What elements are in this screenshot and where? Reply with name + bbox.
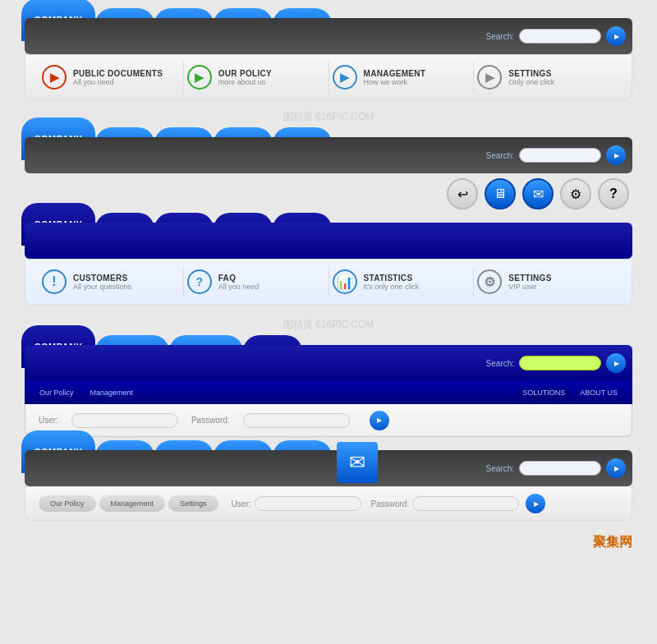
nav2-mail-icon[interactable]: ✉	[522, 178, 554, 209]
subnav1-title-3: SETTINGS	[508, 69, 554, 78]
subnav1-sub-1: more about us	[218, 78, 272, 86]
nav5-pass-input[interactable]	[412, 496, 519, 511]
subnav1-item-3[interactable]: ▶ SETTINGS Only one click	[474, 62, 618, 93]
subnav3-sub-3: VIP user	[508, 283, 551, 291]
nav2-bar: Search:	[25, 137, 632, 173]
nav3-subnav: ! CUSTOMERS All your questions ? FAQ All…	[25, 259, 632, 305]
subnav3-item-3[interactable]: ⚙ SETTINGS VIP user	[474, 266, 618, 297]
nav4-search-area: Search:	[486, 353, 626, 373]
subnav1-icon-1: ▶	[187, 65, 212, 90]
nav2-help-icon[interactable]: ?	[598, 178, 629, 209]
nav2-gear-icon[interactable]: ⚙	[560, 178, 591, 209]
subnav1-item-0[interactable]: ▶ PUBLIC DOCUMENTS All you need	[39, 62, 184, 93]
subnav3-title-0: CUSTOMERS	[73, 274, 131, 283]
nav4-search-btn[interactable]	[606, 353, 626, 373]
subnav3-item-1[interactable]: ? FAQ All you need	[184, 266, 329, 297]
subnav1-icon-2: ▶	[333, 65, 357, 90]
nav3-bar	[25, 223, 632, 259]
subnav3-sub-2: It's only one click	[364, 283, 420, 291]
subnav1-sub-0: All you need	[73, 78, 163, 86]
nav5-user-input[interactable]	[255, 496, 361, 511]
subnav3-icon-2: 📊	[333, 269, 357, 294]
nav2-monitor-icon[interactable]: 🖥	[485, 178, 516, 209]
nav2-back-icon[interactable]: ↩	[447, 178, 478, 209]
brand-label: 聚集网	[16, 534, 641, 551]
nav2-search-input[interactable]	[519, 148, 601, 163]
navbar-3: COMPANY SERVICES SOLUTIONS ABOUT US CONT…	[25, 223, 632, 305]
nav4-bar: Search:	[25, 345, 632, 381]
subnav3-title-2: STATISTICS	[364, 274, 420, 283]
nav4-subbar-management[interactable]: Management	[82, 389, 142, 397]
nav4-subbar: Our Policy Management SOLUTIONS ABOUT US	[25, 381, 632, 404]
nav5-login-btn[interactable]	[526, 494, 545, 513]
navbar-5: COMPANY SERVICES SOLUTIONS ABOUT US CONT…	[25, 450, 632, 521]
nav5-search-label: Search:	[486, 464, 514, 473]
nav5-management-tab[interactable]: Management	[99, 495, 166, 512]
nav1-subnav: ▶ PUBLIC DOCUMENTS All you need ▶ OUR PO…	[25, 54, 632, 100]
nav4-pass-label: Password:	[191, 416, 230, 425]
nav5-bottom-tabs: Our Policy Management Settings	[39, 495, 232, 512]
subnav1-sub-3: Only one click	[508, 78, 554, 86]
nav5-settings-tab[interactable]: Settings	[168, 495, 218, 512]
subnav1-item-1[interactable]: ▶ OUR POLICY more about us	[184, 62, 329, 93]
nav5-ourpolicy-tab[interactable]: Our Policy	[39, 495, 96, 512]
subnav3-title-3: SETTINGS	[508, 274, 551, 283]
nav1-bar: Search:	[25, 18, 632, 54]
subnav3-item-0[interactable]: ! CUSTOMERS All your questions	[39, 266, 184, 297]
subnav1-title-0: PUBLIC DOCUMENTS	[73, 69, 163, 78]
subnav1-item-2[interactable]: ▶ MANAGEMENT How we work	[329, 62, 475, 93]
nav5-search-area: Search:	[486, 458, 626, 478]
nav5-pass-label: Password:	[371, 499, 410, 508]
subnav3-icon-1: ?	[187, 269, 212, 294]
subnav1-title-1: OUR POLICY	[218, 69, 272, 78]
navbar-2: COMPANY SERVICES SOLUTIONS ABOUT US CONT…	[25, 137, 632, 209]
nav4-subbar-solutions[interactable]: SOLUTIONS	[516, 387, 572, 398]
subnav3-item-2[interactable]: 📊 STATISTICS It's only one click	[329, 266, 475, 297]
nav4-search-label: Search:	[486, 359, 514, 368]
nav4-user-label: User:	[39, 416, 58, 425]
nav5-bar: Search:	[25, 450, 632, 486]
nav4-pass-input[interactable]	[243, 413, 350, 428]
nav5-search-input[interactable]	[519, 461, 601, 476]
nav1-search-btn[interactable]	[606, 26, 626, 46]
navbar-4: COMPANY SERVICES SOLUTIONS CONTACT Searc…	[25, 345, 632, 437]
nav5-bottom: Our Policy Management Settings User: Pas…	[25, 486, 632, 521]
navbar-1: COMPANY SERVICES SOLUTIONS ABOUT US CONT…	[25, 18, 632, 100]
nav5-user-label: User:	[232, 499, 251, 508]
nav5-search-btn[interactable]	[606, 458, 626, 478]
subnav3-title-1: FAQ	[218, 274, 260, 283]
subnav1-sub-2: How we work	[364, 78, 426, 86]
nav5-mail-badge: ✉	[337, 442, 378, 483]
nav1-search-label: Search:	[486, 32, 514, 41]
subnav1-title-2: MANAGEMENT	[364, 69, 426, 78]
nav4-login-btn[interactable]	[370, 411, 389, 430]
subnav1-icon-0: ▶	[42, 65, 67, 90]
nav4-subbar-aboutus[interactable]: ABOUT US	[572, 389, 626, 397]
nav1-search-area: Search:	[486, 26, 626, 46]
nav2-search-label: Search:	[486, 151, 514, 160]
nav2-search-area: Search:	[486, 145, 626, 165]
subnav3-icon-0: !	[42, 269, 67, 294]
nav4-subbar-ourpolicy[interactable]: Our Policy	[31, 389, 82, 397]
subnav1-icon-3: ▶	[477, 65, 502, 90]
subnav3-sub-1: All you need	[218, 283, 260, 291]
nav4-search-input[interactable]	[519, 356, 601, 370]
nav1-search-input[interactable]	[519, 29, 601, 44]
subnav3-sub-0: All your questions	[73, 283, 131, 291]
nav2-search-btn[interactable]	[606, 145, 626, 165]
nav4-user-input[interactable]	[71, 413, 178, 428]
subnav3-icon-3: ⚙	[477, 269, 502, 294]
